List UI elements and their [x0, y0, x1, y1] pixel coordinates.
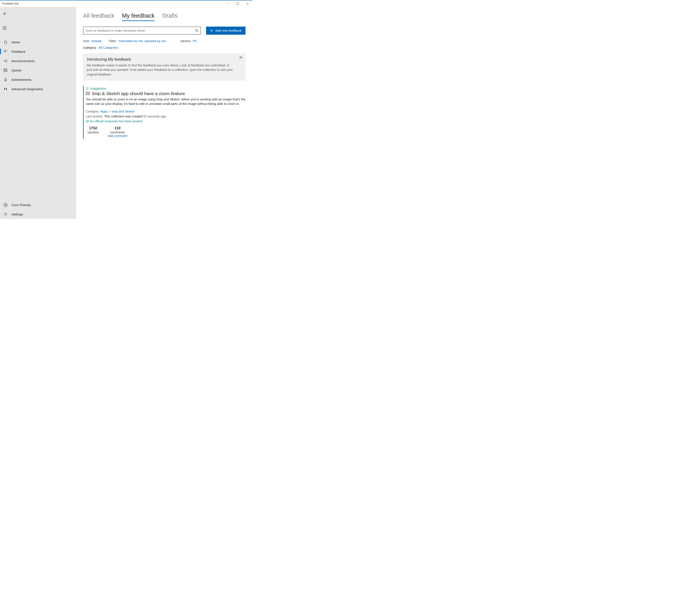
- feedback-icon: [3, 49, 8, 54]
- info-title: Introducing My feedback: [87, 57, 235, 62]
- ribbon-icon: [3, 78, 8, 82]
- hamburger-icon: [3, 26, 6, 29]
- close-button[interactable]: [242, 0, 252, 7]
- home-icon: [3, 40, 8, 44]
- svg-point-8: [195, 29, 197, 31]
- tools-icon: [3, 87, 8, 91]
- minimize-icon: [227, 3, 229, 5]
- maximize-button[interactable]: [233, 0, 242, 7]
- map-icon: [3, 68, 8, 72]
- feedback-title: Snip & Sketch app should have a zoom fea…: [92, 91, 185, 96]
- feedback-category-row: Category Apps > Snip and Sketch: [86, 109, 245, 114]
- back-arrow-icon: [3, 12, 6, 16]
- filter-separator: [173, 39, 173, 43]
- sidebar-item-user[interactable]: Cora Thomas: [0, 200, 76, 209]
- close-icon: [246, 3, 248, 5]
- sidebar-item-diagnostics[interactable]: Advanced Diagnostics: [0, 84, 76, 93]
- feedback-activity-row: Last activity This collection was create…: [86, 114, 245, 119]
- info-banner: Introducing My feedback My feedback make…: [83, 53, 245, 81]
- tab-drafts[interactable]: Drafts: [162, 13, 178, 21]
- titlebar: Feedback Hub: [0, 0, 252, 7]
- svg-rect-0: [237, 3, 239, 5]
- close-icon: [239, 56, 242, 59]
- feedback-tag: Suggestion: [90, 87, 106, 90]
- feedback-card[interactable]: Suggestion Snip & Sketch app should have…: [83, 86, 245, 139]
- sidebar-item-label: Achievements: [12, 78, 32, 81]
- hamburger-button[interactable]: [0, 23, 9, 33]
- feedback-description: You should be able to zoom in on an imag…: [86, 97, 245, 106]
- filter-filter[interactable]: Filter: Submitted by me, Upvoted by me: [109, 39, 166, 43]
- sidebar-user-name: Cora Thomas: [12, 203, 31, 207]
- checkmark-circle-icon: [86, 120, 89, 123]
- search-input[interactable]: [85, 29, 195, 32]
- tab-my-feedback[interactable]: My feedback: [122, 13, 155, 21]
- svg-point-7: [5, 213, 6, 215]
- sidebar-item-settings[interactable]: Settings: [0, 209, 76, 219]
- sidebar-item-label: Settings: [12, 212, 23, 216]
- official-response-link[interactable]: An official response has been posted: [86, 119, 142, 124]
- sidebar: Home Feedback Announcements Quests: [0, 7, 76, 219]
- sidebar-item-label: Feedback: [12, 50, 25, 54]
- svg-rect-2: [4, 69, 7, 72]
- sidebar-item-quests[interactable]: Quests: [0, 65, 76, 75]
- lightbulb-icon: [86, 87, 89, 90]
- sidebar-item-announcements[interactable]: Announcements: [0, 56, 76, 65]
- category-link-apps[interactable]: Apps: [100, 109, 107, 113]
- tab-all-feedback[interactable]: All feedback: [83, 13, 114, 21]
- svg-point-9: [86, 87, 88, 89]
- app-title: Feedback Hub: [0, 2, 19, 5]
- plus-icon: [210, 29, 213, 32]
- sidebar-item-home[interactable]: Home: [0, 38, 76, 47]
- add-feedback-button[interactable]: Add new feedback: [206, 26, 245, 35]
- svg-point-12: [86, 120, 88, 123]
- svg-point-5: [5, 204, 6, 205]
- megaphone-icon: [3, 59, 8, 63]
- search-box[interactable]: [83, 26, 201, 35]
- tabs: All feedback My feedback Drafts: [83, 13, 245, 21]
- minimize-button[interactable]: [223, 0, 233, 7]
- sidebar-item-feedback[interactable]: Feedback: [0, 47, 76, 56]
- sidebar-item-label: Advanced Diagnostics: [12, 87, 43, 91]
- person-icon: [4, 203, 7, 207]
- add-feedback-label: Add new feedback: [216, 29, 242, 32]
- sort-filter[interactable]: Sort: Activity: [83, 39, 102, 43]
- back-button[interactable]: [0, 9, 9, 18]
- comments-stat: 110 comments Add comment: [108, 126, 127, 138]
- svg-point-1: [4, 50, 5, 51]
- sidebar-item-label: Quests: [12, 68, 22, 72]
- upvotes-stat[interactable]: 1752 upvotes: [87, 126, 99, 138]
- search-icon[interactable]: [195, 29, 198, 32]
- category-filter[interactable]: Category: All Categories: [83, 46, 118, 49]
- info-body: My feedback makes it easier to find the …: [87, 63, 235, 77]
- sidebar-item-label: Home: [12, 40, 20, 44]
- sidebar-item-achievements[interactable]: Achievements: [0, 75, 76, 84]
- svg-rect-11: [87, 92, 89, 94]
- device-filter[interactable]: Device: PC: [180, 39, 197, 43]
- maximize-icon: [237, 3, 239, 5]
- main-content: All feedback My feedback Drafts Add new …: [76, 7, 252, 219]
- add-comment-link[interactable]: Add comment: [108, 134, 127, 138]
- svg-point-3: [5, 69, 5, 70]
- info-close-button[interactable]: [239, 55, 243, 60]
- category-link-snip[interactable]: Snip and Sketch: [111, 109, 135, 113]
- collection-icon: [86, 92, 90, 95]
- svg-rect-10: [86, 93, 89, 95]
- svg-point-4: [5, 78, 6, 80]
- gear-icon: [3, 212, 8, 216]
- sidebar-item-label: Announcements: [12, 59, 35, 63]
- avatar: [3, 202, 8, 208]
